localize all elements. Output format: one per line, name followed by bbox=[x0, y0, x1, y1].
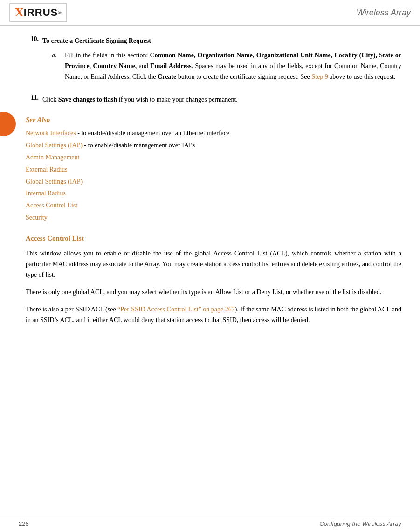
see-also-link-security[interactable]: Security bbox=[26, 212, 401, 223]
sub-a-text5: above to use this request. bbox=[328, 73, 396, 80]
logo-text: IRRUS bbox=[24, 7, 58, 19]
logo-area: XIRRUS® bbox=[9, 3, 67, 22]
step-11: 11. Click Save changes to flash if you w… bbox=[26, 94, 401, 105]
page-header: XIRRUS® Wireless Array bbox=[0, 0, 420, 26]
acl-para2: There is only one global ACL, and you ma… bbox=[26, 287, 401, 297]
logo-icon: X bbox=[15, 6, 24, 20]
logo-box: XIRRUS® bbox=[9, 3, 67, 22]
see-also-link-external-radius[interactable]: External Radius bbox=[26, 164, 401, 175]
external-radius-link[interactable]: External Radius bbox=[26, 166, 68, 173]
see-also-title: See Also bbox=[26, 116, 401, 124]
internal-radius-link[interactable]: Internal Radius bbox=[26, 190, 66, 197]
page-title: Wireless Array bbox=[357, 8, 411, 18]
step9-link[interactable]: Step 9 bbox=[311, 73, 328, 80]
step-11-num: 11. bbox=[26, 94, 39, 105]
see-also-link-acl[interactable]: Access Control List bbox=[26, 200, 401, 211]
step-11-text2: if you wish to make your changes permane… bbox=[117, 96, 238, 103]
see-also-link-network-interfaces[interactable]: Network Interfaces - to enable/disable m… bbox=[26, 128, 401, 139]
acl-para3: There is also a per-SSID ACL (see “Per-S… bbox=[26, 304, 401, 325]
network-interfaces-suffix: - to enable/disable management over an E… bbox=[76, 130, 230, 137]
step-11-content: Click Save changes to flash if you wish … bbox=[42, 94, 401, 105]
sub-a-text1: Fill in the fields in this section: bbox=[65, 52, 150, 59]
see-also-link-global-settings-iap[interactable]: Global Settings (IAP) - to enable/disabl… bbox=[26, 140, 401, 151]
main-content: 10. To create a Certificate Signing Requ… bbox=[0, 26, 420, 341]
step-10: 10. To create a Certificate Signing Requ… bbox=[26, 35, 401, 87]
sub-a-bold2: Email Address bbox=[150, 62, 191, 69]
global-settings-iap2-link[interactable]: Global Settings (IAP) bbox=[26, 178, 83, 185]
network-interfaces-link[interactable]: Network Interfaces bbox=[26, 130, 76, 137]
sub-a-label: a. bbox=[52, 50, 61, 82]
see-also-section: See Also Network Interfaces - to enable/… bbox=[26, 116, 401, 223]
security-link[interactable]: Security bbox=[26, 214, 48, 221]
step-11-text1: Click bbox=[42, 96, 58, 103]
admin-management-link[interactable]: Admin Management bbox=[26, 154, 79, 161]
see-also-link-internal-radius[interactable]: Internal Radius bbox=[26, 188, 401, 199]
see-also-links: Network Interfaces - to enable/disable m… bbox=[26, 128, 401, 223]
global-settings-iap-link[interactable]: Global Settings (IAP) bbox=[26, 142, 83, 149]
step-10-title: To create a Certificate Signing Request bbox=[42, 37, 151, 44]
acl-para3-prefix: There is also a per-SSID ACL (see bbox=[26, 306, 117, 313]
acl-section: Access Control List This window allows y… bbox=[26, 234, 401, 326]
page-footer: 228 Configuring the Wireless Array bbox=[0, 517, 420, 530]
sub-a-content: Fill in the fields in this section: Comm… bbox=[65, 50, 401, 82]
sub-a-bold3: Create bbox=[158, 73, 176, 80]
access-control-list-link[interactable]: Access Control List bbox=[26, 202, 77, 209]
logo-reg: ® bbox=[58, 10, 62, 15]
step-10-sub-a: a. Fill in the fields in this section: C… bbox=[52, 50, 401, 82]
step-11-bold: Save changes to flash bbox=[58, 96, 117, 103]
sub-a-text2: and bbox=[137, 62, 150, 69]
footer-page-num: 228 bbox=[19, 520, 29, 527]
footer-chapter-title: Configuring the Wireless Array bbox=[319, 520, 401, 527]
step-10-content: To create a Certificate Signing Request … bbox=[42, 35, 401, 87]
sub-a-text4: button to create the certificate signing… bbox=[176, 73, 311, 80]
acl-para1: This window allows you to enable or disa… bbox=[26, 248, 401, 280]
per-ssid-acl-link[interactable]: “Per-SSID Access Control List” on page 2… bbox=[117, 306, 235, 313]
acl-title: Access Control List bbox=[26, 234, 401, 242]
see-also-link-admin-mgmt[interactable]: Admin Management bbox=[26, 152, 401, 163]
see-also-link-global-settings-iap2[interactable]: Global Settings (IAP) bbox=[26, 176, 401, 187]
step-10-num: 10. bbox=[26, 35, 39, 87]
global-settings-iap-suffix: - to enable/disable management over IAPs bbox=[83, 142, 195, 149]
